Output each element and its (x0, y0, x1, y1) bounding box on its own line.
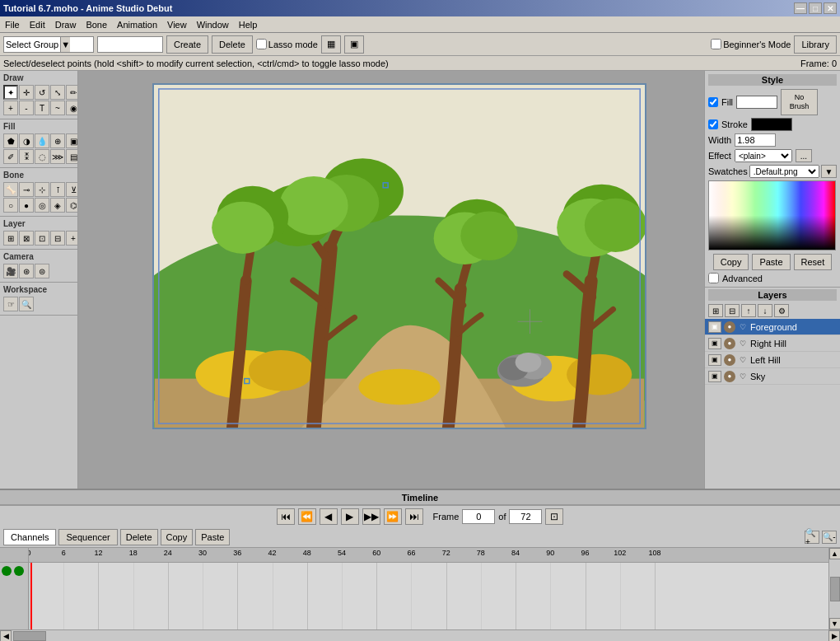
bone-tool-10[interactable]: ⌬ (66, 198, 78, 213)
camera-tool-1[interactable]: 🎥 (3, 264, 18, 278)
layer-left-hill[interactable]: ▣ ● ♡ Left Hill (705, 352, 840, 368)
layers-btn-1[interactable]: ⊞ (708, 304, 723, 317)
toolbar-icon-2[interactable]: ▣ (344, 35, 364, 54)
menu-item-draw[interactable]: Draw (50, 18, 82, 31)
timeline-delete-btn[interactable]: Delete (120, 529, 158, 545)
rotate-tool[interactable]: ↺ (35, 85, 49, 100)
timeline-paste-btn[interactable]: Paste (195, 529, 230, 545)
scene-canvas[interactable] (154, 85, 645, 428)
paste-button[interactable]: Paste (752, 254, 790, 270)
layer-eye-3[interactable]: ● (724, 354, 735, 366)
layer-eye[interactable]: ● (724, 321, 735, 333)
maximize-button[interactable]: □ (809, 2, 822, 14)
scroll-left-btn[interactable]: ◀ (0, 630, 12, 642)
menu-item-help[interactable]: Help (234, 18, 263, 31)
prev-button[interactable]: ◀ (320, 508, 338, 525)
workspace-tool-2[interactable]: 🔍 (19, 297, 34, 311)
noise-tool[interactable]: ⁑ (19, 149, 34, 164)
bone-tool-9[interactable]: ◈ (50, 198, 65, 213)
menu-item-view[interactable]: View (162, 18, 192, 31)
effect-btn[interactable]: ... (796, 149, 812, 162)
menu-item-edit[interactable]: Edit (25, 18, 50, 31)
layer-right-hill[interactable]: ▣ ● ♡ Right Hill (705, 335, 840, 352)
copy-button[interactable]: Copy (713, 254, 749, 270)
prev-frame-button[interactable]: ⏪ (298, 508, 316, 525)
scroll-h-thumb[interactable] (13, 631, 46, 641)
timeline-scrollbar-v[interactable]: ▲ ▼ (828, 548, 840, 629)
frame-input[interactable] (462, 509, 495, 524)
timeline-zoom-out[interactable]: 🔍- (822, 531, 837, 544)
layer-tool-4[interactable]: ⊟ (50, 231, 65, 246)
bone-tool-1[interactable]: 🦴 (3, 182, 18, 197)
create-button[interactable]: Create (166, 35, 208, 54)
layer-lock-3[interactable]: ♡ (738, 355, 748, 365)
magnet-tool[interactable]: ◉ (66, 101, 78, 115)
layer-eye-2[interactable]: ● (724, 338, 735, 349)
sequencer-tab[interactable]: Sequencer (58, 529, 117, 545)
reset-button[interactable]: Reset (794, 254, 833, 270)
fill-tool[interactable]: ⬟ (3, 133, 18, 148)
patch-tool[interactable]: ▤ (66, 149, 78, 164)
close-button[interactable]: ✕ (824, 2, 837, 14)
pen-tool[interactable]: ✏ (66, 85, 78, 100)
stroke-checkbox[interactable] (708, 119, 718, 129)
workspace-tool-1[interactable]: ☞ (3, 297, 18, 311)
no-brush-button[interactable]: NoBrush (781, 89, 818, 115)
bone-tool-3[interactable]: ⊹ (35, 182, 49, 197)
minimize-button[interactable]: — (794, 2, 807, 14)
menu-item-bone[interactable]: Bone (81, 18, 112, 31)
go-end-button[interactable]: ⏭ (405, 508, 423, 525)
layer-foreground[interactable]: ▣ ● ♡ Foreground (705, 319, 840, 335)
stroke-tool[interactable]: ✐ (3, 149, 18, 164)
timeline-copy-btn[interactable]: Copy (161, 529, 194, 545)
bone-tool-6[interactable]: ○ (3, 198, 18, 213)
select-tool[interactable]: ✦ (3, 85, 18, 100)
bone-tool-4[interactable]: ⊺ (50, 182, 65, 197)
fill-checkbox[interactable] (708, 97, 718, 107)
layer-lock-4[interactable]: ♡ (738, 372, 748, 381)
swatches-btn[interactable]: ▼ (821, 165, 837, 178)
menu-item-file[interactable]: File (0, 18, 25, 31)
blur-tool[interactable]: ◌ (35, 149, 49, 164)
scroll-down-btn[interactable]: ▼ (829, 618, 841, 629)
menu-item-animation[interactable]: Animation (112, 18, 162, 31)
stroke-color-box[interactable] (751, 118, 792, 131)
group-input[interactable] (97, 36, 163, 53)
width-input[interactable] (735, 133, 776, 147)
select-group-dropdown[interactable]: Select Group ▼ (3, 36, 94, 53)
channels-tab[interactable]: Channels (3, 529, 56, 545)
effect-select[interactable]: <plain> (735, 149, 792, 162)
eyedropper-tool[interactable]: 💧 (35, 133, 49, 148)
color-picker[interactable] (708, 180, 836, 250)
camera-tool-3[interactable]: ⊜ (35, 264, 49, 278)
end-frame-button[interactable]: ⊡ (545, 508, 563, 525)
layer-tool-2[interactable]: ⊠ (19, 231, 34, 246)
menu-item-window[interactable]: Window (192, 18, 234, 31)
toolbar-icon-1[interactable]: ▦ (321, 35, 341, 54)
layer-lock[interactable]: ♡ (738, 322, 748, 332)
scroll-up-btn[interactable]: ▲ (829, 548, 841, 559)
beginners-mode-checkbox[interactable] (711, 39, 721, 49)
layer-sky[interactable]: ▣ ● ♡ Sky (705, 368, 840, 385)
bottom-scrollbar[interactable]: ◀ ▶ (0, 629, 840, 641)
bone-tool-8[interactable]: ◎ (35, 198, 49, 213)
timeline-tracks[interactable] (29, 563, 828, 629)
layer-tool-5[interactable]: + (66, 231, 78, 246)
total-frames-input[interactable] (509, 509, 542, 524)
delete-point-tool[interactable]: - (19, 101, 34, 115)
freehand-tool[interactable]: ~ (50, 101, 65, 115)
layers-btn-4[interactable]: ↓ (758, 304, 772, 317)
go-start-button[interactable]: ⏮ (277, 508, 295, 525)
timeline-zoom-in[interactable]: 🔍+ (805, 531, 819, 544)
layer-lock-2[interactable]: ♡ (738, 339, 748, 349)
layer-tool-1[interactable]: ⊞ (3, 231, 18, 246)
layers-btn-5[interactable]: ⚙ (774, 304, 789, 317)
bone-tool-5[interactable]: ⊻ (66, 182, 78, 197)
gradient-tool[interactable]: ◑ (19, 133, 34, 148)
scroll-thumb[interactable] (830, 577, 840, 601)
scale-tool[interactable]: ⤡ (50, 85, 65, 100)
layers-btn-2[interactable]: ⊟ (725, 304, 740, 317)
library-button[interactable]: Library (794, 35, 837, 54)
layer-tool-3[interactable]: ⊡ (35, 231, 49, 246)
next-frame-button[interactable]: ⏩ (384, 508, 402, 525)
